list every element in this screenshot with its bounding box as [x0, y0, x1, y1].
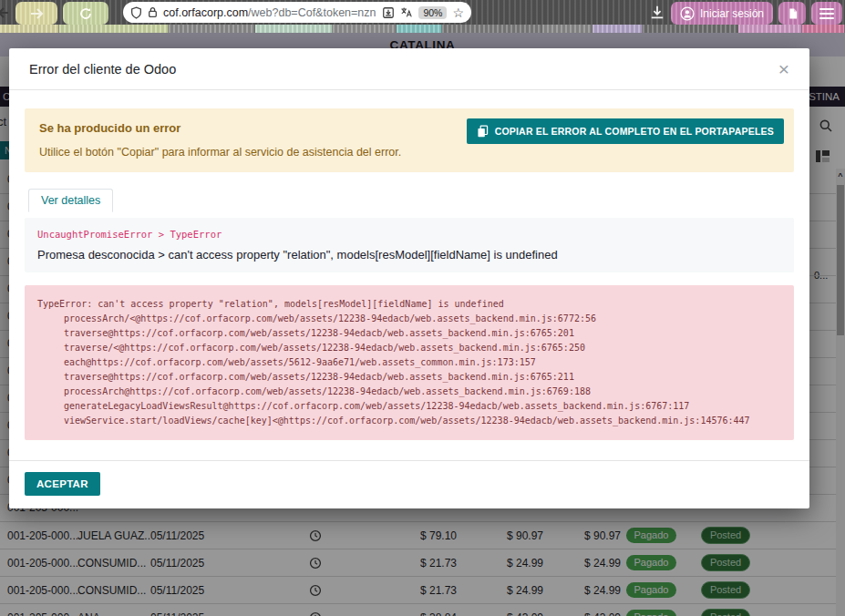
url-prefix: cof. — [163, 6, 181, 19]
traceback-frame: processArch@https://cof.orfacorp.com/web… — [37, 385, 781, 399]
traceback-frame: traverse@https://cof.orfacorp.com/web/as… — [37, 326, 781, 341]
save-page-icon[interactable] — [382, 6, 395, 19]
bookmark-item[interactable] — [802, 25, 845, 33]
traceback-frame: processArch/<@https://cof.orfacorp.com/w… — [37, 312, 781, 326]
bookmark-star-icon[interactable]: ☆ — [452, 6, 464, 19]
dialog-header: Error del cliente de Odoo × — [9, 48, 809, 90]
bookmark-item[interactable] — [397, 25, 442, 33]
traceback-frame: generateLegacyLoadViewsResult@https://co… — [37, 399, 781, 414]
accept-button[interactable]: ACEPTAR — [25, 472, 100, 496]
close-icon[interactable]: × — [778, 59, 789, 78]
error-dialog: Error del cliente de Odoo × Se ha produc… — [9, 48, 809, 508]
url-domain: orfacorp.com — [181, 6, 248, 19]
bookmarks-strip — [0, 25, 845, 33]
dialog-body: Se ha producido un error Utilice el botó… — [9, 90, 809, 460]
dialog-title: Error del cliente de Odoo — [29, 62, 176, 77]
translate-icon[interactable] — [400, 6, 413, 18]
error-type-line: UncaughtPromiseError > TypeError — [37, 229, 781, 240]
traceback-frame: each@https://cof.orfacorp.com/web/assets… — [37, 355, 781, 370]
zoom-level-badge[interactable]: 90% — [418, 6, 447, 19]
bookmark-item[interactable] — [255, 25, 333, 33]
traceback-frame: traverse/<@https://cof.orfacorp.com/web/… — [37, 341, 781, 355]
bookmark-item[interactable] — [442, 25, 542, 33]
bookmark-item[interactable] — [0, 25, 59, 33]
copy-error-button-label: COPIAR EL ERROR AL COMPLETO EN EL PORTAP… — [495, 126, 774, 137]
menu-icon — [819, 8, 834, 10]
browser-toolbar: cof.orfacorp.com/web?db=Cof&token=nznMz3… — [0, 0, 845, 25]
copy-icon — [477, 125, 489, 138]
login-button[interactable]: Iniciar sesión — [671, 2, 773, 25]
url-text[interactable]: cof.orfacorp.com/web?db=Cof&token=nznMz3… — [163, 6, 376, 19]
dialog-footer: ACEPTAR — [9, 460, 809, 508]
lock-icon[interactable] — [148, 6, 158, 18]
copy-error-button[interactable]: COPIAR EL ERROR AL COMPLETO EN EL PORTAP… — [467, 118, 784, 144]
back-button[interactable] — [0, 7, 8, 18]
error-alert: Se ha producido un error Utilice el botó… — [25, 108, 794, 172]
traceback-first-line: TypeError: can't access property "relati… — [37, 297, 781, 312]
bookmark-item[interactable] — [59, 25, 169, 33]
downloads-icon[interactable] — [649, 5, 665, 20]
reload-icon — [79, 7, 92, 20]
url-bar[interactable]: cof.orfacorp.com/web?db=Cof&token=nznMz3… — [123, 2, 471, 23]
alert-text: Utilice el botón "Copiar" para informar … — [39, 146, 779, 159]
bookmark-item[interactable] — [738, 25, 802, 33]
login-button-label: Iniciar sesión — [700, 7, 764, 20]
page-icon — [787, 7, 799, 20]
tab-ver-detalles[interactable]: Ver detalles — [28, 189, 113, 212]
sidebar-page-button[interactable] — [778, 2, 806, 25]
error-summary-box: UncaughtPromiseError > TypeError Promesa… — [25, 218, 794, 272]
user-avatar-icon — [680, 6, 695, 21]
bookmark-item[interactable] — [593, 25, 643, 33]
traceback-frame: viewService.start/loadViews/cache[key]<@… — [37, 414, 781, 428]
toolbar-right-cluster: Iniciar sesión — [649, 1, 842, 24]
bookmark-item[interactable] — [169, 25, 255, 33]
traceback-frame: traverse@https://cof.orfacorp.com/web/as… — [37, 370, 781, 385]
bookmark-item[interactable] — [643, 25, 738, 33]
bookmark-item[interactable] — [333, 25, 397, 33]
traceback-box: TypeError: can't access property "relati… — [25, 285, 794, 440]
menu-button[interactable] — [811, 2, 842, 25]
forward-button[interactable] — [15, 2, 57, 25]
traceback-frames: processArch/<@https://cof.orfacorp.com/w… — [37, 312, 781, 428]
reload-button[interactable] — [63, 2, 108, 25]
error-message-line: Promesa desconocida > can't access prope… — [37, 248, 781, 262]
url-path: /web?db=Cof&token=nznMz3YSLa2 — [248, 6, 376, 19]
shield-icon[interactable] — [130, 6, 142, 19]
bookmark-item[interactable] — [542, 25, 593, 33]
forward-icon — [30, 8, 44, 19]
